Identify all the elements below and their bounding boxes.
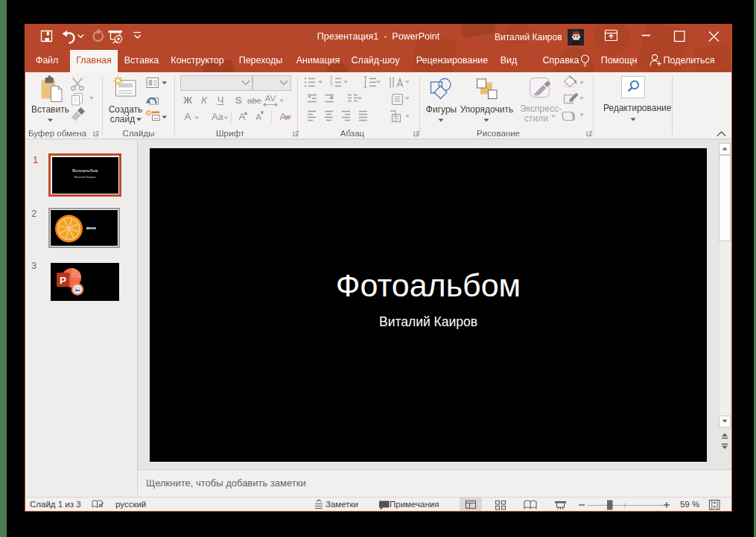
svg-text:P: P [60, 275, 66, 286]
